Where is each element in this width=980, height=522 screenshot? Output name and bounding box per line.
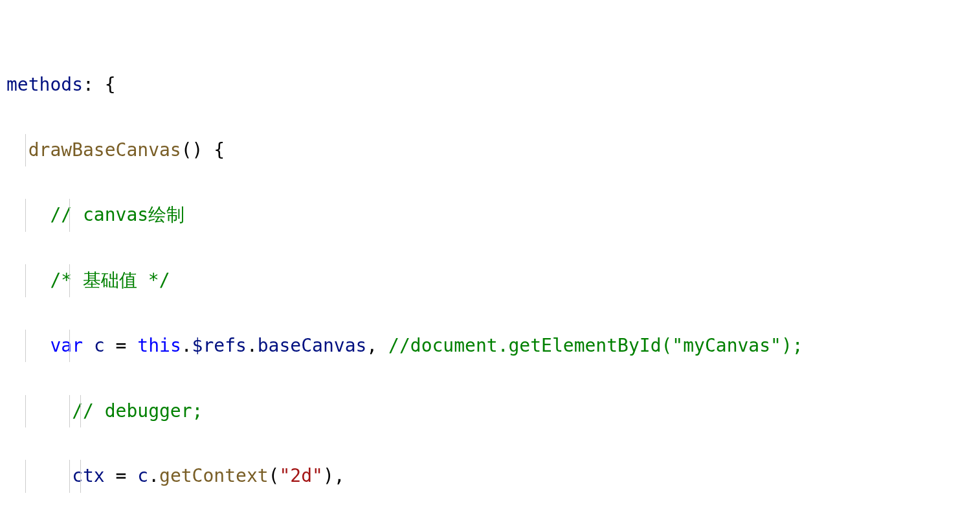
punctuation-token: : — [83, 74, 94, 95]
code-line: // debugger; — [6, 395, 974, 427]
punctuation-token: , — [366, 335, 388, 356]
property-token: baseCanvas — [258, 335, 367, 356]
indent-guide — [69, 264, 70, 297]
punctuation-token: { — [203, 139, 225, 161]
punctuation-token: () — [181, 139, 203, 161]
code-block: methods: { drawBaseCanvas() { // canvas绘… — [6, 36, 974, 522]
code-editor[interactable]: methods: { drawBaseCanvas() { // canvas绘… — [6, 3, 974, 522]
comment-token: // debugger; — [72, 400, 203, 422]
indent-guide — [25, 460, 26, 492]
indent-guide — [69, 460, 70, 492]
indent-guide — [25, 134, 26, 166]
method-token: getContext — [159, 465, 269, 486]
indent-guide — [25, 264, 26, 297]
punctuation-token: { — [94, 74, 116, 95]
punctuation-token: . — [181, 335, 192, 356]
property-token: methods — [6, 74, 83, 95]
indent-guide — [69, 199, 70, 231]
variable-token: c — [94, 335, 105, 356]
code-line: // canvas绘制 — [6, 199, 974, 231]
punctuation-token: = — [105, 465, 138, 486]
code-line: methods: { — [6, 69, 974, 101]
indent-guide — [25, 199, 26, 231]
indent-guide — [69, 395, 70, 427]
punctuation-token: = — [105, 335, 138, 356]
this-token: this — [137, 335, 181, 356]
indent-guide — [25, 330, 26, 362]
indent — [6, 400, 72, 422]
indent-guide — [25, 395, 26, 427]
indent-guide — [69, 330, 70, 362]
indent-guide — [80, 460, 81, 492]
punctuation-token: , — [334, 465, 345, 486]
comment-token: /* 基础值 */ — [50, 269, 170, 291]
punctuation-token: ( — [269, 465, 280, 486]
comment-token: // canvas绘制 — [50, 204, 184, 225]
punctuation-token: . — [148, 465, 159, 486]
variable-token: ctx — [72, 465, 105, 486]
punctuation-token: ) — [323, 465, 334, 486]
string-token: "2d" — [279, 465, 322, 486]
indent-guide — [80, 395, 81, 427]
code-line: drawBaseCanvas() { — [6, 134, 974, 166]
code-line: ctx = c.getContext("2d"), — [6, 460, 974, 492]
indent — [6, 269, 50, 291]
property-token: $refs — [192, 335, 247, 356]
indent — [6, 465, 72, 486]
punctuation-token: . — [247, 335, 258, 356]
code-line: var c = this.$refs.baseCanvas, //documen… — [6, 330, 974, 362]
variable-token: c — [137, 465, 148, 486]
indent — [6, 335, 50, 356]
method-token: drawBaseCanvas — [28, 139, 181, 161]
comment-token: //document.getElementById("myCanvas"); — [388, 335, 803, 356]
code-line: /* 基础值 */ — [6, 264, 974, 297]
space — [83, 335, 94, 356]
keyword-token: var — [50, 335, 83, 356]
indent — [6, 204, 50, 225]
